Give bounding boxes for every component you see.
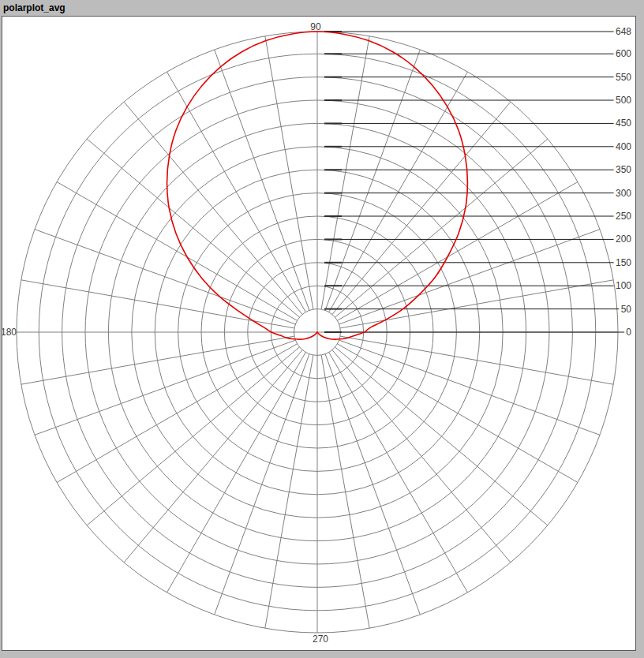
polar-plot-canvas[interactable]: 6486005505004504003503002502001501005009… (2, 16, 636, 651)
grid-spoke (329, 352, 468, 592)
radial-scale-label: 100 (616, 280, 631, 291)
radial-scale-label: 500 (616, 95, 631, 106)
angle-label-90: 90 (310, 21, 321, 32)
radial-scale-label: 250 (616, 211, 631, 222)
grid-spoke (57, 344, 297, 483)
grid-spoke (87, 139, 299, 317)
grid-spoke (329, 72, 468, 312)
window-title: polarplot_avg (0, 2, 66, 13)
grid-spoke (87, 347, 299, 525)
grid-spoke (332, 102, 511, 314)
angle-label-270: 270 (313, 634, 328, 645)
grid-spoke (57, 182, 297, 321)
grid-spoke (215, 354, 309, 615)
grid-spoke (167, 352, 306, 592)
radial-scale-label: 648 (616, 26, 631, 37)
grid-spoke (167, 72, 306, 312)
grid-spoke (337, 344, 577, 483)
radial-scale-label: 600 (616, 48, 631, 59)
grid-spoke (215, 50, 309, 310)
polar-plot: 6486005505004504003503002502001501005009… (2, 17, 635, 650)
angle-label-180: 180 (2, 327, 17, 338)
radial-scale-label: 450 (616, 118, 631, 129)
grid-spoke (124, 102, 302, 314)
radial-scale-label: 0 (626, 327, 631, 338)
radial-scale-label: 150 (616, 257, 631, 268)
grid-spoke (339, 230, 600, 324)
grid-spoke (337, 182, 577, 321)
radial-scale-label: 400 (616, 141, 631, 152)
grid-spoke (325, 354, 420, 615)
grid-spoke (35, 340, 295, 435)
radial-scale-label: 300 (616, 188, 631, 199)
grid-spoke (335, 347, 548, 525)
window-titlebar: polarplot_avg (0, 0, 644, 16)
radial-scale-label: 50 (621, 304, 632, 315)
radial-scale-label: 550 (616, 72, 631, 83)
radial-scale-label: 200 (616, 234, 631, 245)
grid-spoke (335, 139, 548, 317)
grid-spoke (35, 230, 295, 324)
grid-spoke (332, 350, 511, 563)
radial-scale-label: 350 (616, 164, 631, 175)
grid-spoke (339, 340, 600, 435)
grid-spoke (325, 50, 420, 310)
grid-spoke (124, 350, 302, 563)
